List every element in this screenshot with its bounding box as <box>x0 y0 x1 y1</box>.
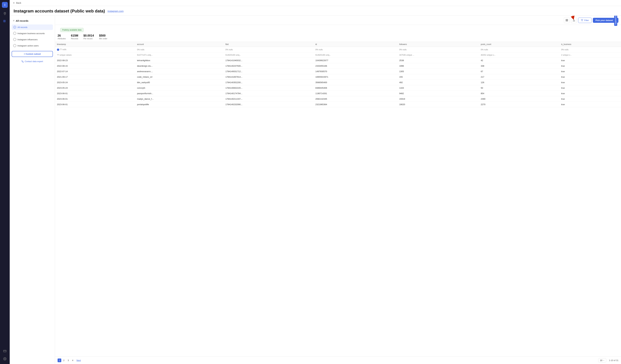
stat-records-value: 615M <box>71 34 78 37</box>
table-row[interactable]: 2023-06-01passportfurnish...178414017478… <box>55 91 621 96</box>
cell-5-2: 1784140832220... <box>224 85 313 91</box>
cell-5-1: convoyfc <box>135 85 224 91</box>
meta-unique-cell-2: 614625190 uniq... <box>224 52 313 58</box>
stat-records: 615M Records <box>71 34 78 40</box>
svg-point-5 <box>4 359 5 359</box>
col-timestamp: timestamp <box>55 42 135 47</box>
cell-2-3: 1497930570 <box>313 69 397 74</box>
page-link-3[interactable]: 3 <box>66 359 70 362</box>
cell-2-1: andresnavarro.... <box>135 69 224 74</box>
content-area: ≡ All records All records Instagram busi… <box>10 16 621 364</box>
nav-item-icon-active <box>13 44 16 47</box>
per-page-select[interactable]: 10 <box>598 358 606 362</box>
cell-3-0: 2021-09-17 <box>55 74 135 80</box>
table-row[interactable]: 2023-06-01portalspotlife1784140232090...… <box>55 102 621 107</box>
col-posts-count: posts_count <box>479 42 559 47</box>
meta-unique-cell-0: ?? unique values <box>55 52 135 58</box>
cell-8-2: 1784140232090... <box>224 102 313 107</box>
sidebar-item-billing[interactable] <box>2 348 8 354</box>
nav-item-all-records[interactable]: All records <box>12 24 53 30</box>
col-account: account <box>135 42 224 47</box>
red-arrow-annotation <box>569 16 579 20</box>
panel-header: ≡ All records <box>12 18 53 23</box>
meta-null-cell-0: i?? nulls <box>55 47 135 52</box>
cell-0-4: 2538 <box>397 58 479 63</box>
table-row[interactable]: 2021-09-17code_milano_srl1784141067914..… <box>55 74 621 80</box>
grid-view-button[interactable] <box>564 17 570 23</box>
cell-4-1: titin_wahyu85 <box>135 80 224 85</box>
cell-0-2: 1784141040032... <box>224 58 313 63</box>
cell-6-0: 2023-06-01 <box>55 91 135 96</box>
cell-7-2: 1784140211337... <box>224 96 313 102</box>
cell-6-6: true <box>559 91 621 96</box>
contact-expert-label: Contact data expert <box>25 60 43 63</box>
page-link-4[interactable]: 4 <box>71 359 75 362</box>
cell-1-6: true <box>559 63 621 69</box>
nav-item-business[interactable]: Instagram business accounts <box>12 31 53 36</box>
table-row[interactable]: 2022-08-23tehranlightbox1784141040032...… <box>55 58 621 63</box>
cell-3-4: 155 <box>397 74 479 80</box>
meta-null-cell-1: 0% nulls <box>135 47 224 52</box>
svg-rect-2 <box>3 21 4 22</box>
sidebar-item-datasets[interactable] <box>2 18 8 25</box>
table-meta-unique-row: ?? unique values614771471 uniq...6146251… <box>55 52 621 58</box>
svg-rect-3 <box>4 21 5 22</box>
sidebar-item-location[interactable] <box>2 10 8 17</box>
table-row[interactable]: 2023-05-24titin_wahyu851784140352200...3… <box>55 80 621 85</box>
nav-item-active-users[interactable]: Instagram active users <box>12 43 53 48</box>
sidebar-logo[interactable]: i <box>2 2 8 8</box>
stat-attributes-label: Attributes <box>58 37 66 40</box>
table-row[interactable]: 2022-07-14andresnavarro....1784140031712… <box>55 69 621 74</box>
stat-min-order-value: $500 <box>99 34 107 37</box>
meta-null-cell-4: 0% nulls <box>397 47 479 52</box>
left-panel: ≡ All records All records Instagram busi… <box>10 16 55 364</box>
stat-min-order-label: Min order <box>99 37 107 40</box>
svg-marker-12 <box>581 19 583 21</box>
cell-7-4: 15919 <box>397 96 479 102</box>
right-panel: Filter Pick your dataset Accessibility P… <box>55 16 621 364</box>
back-button[interactable]: Back <box>13 2 21 4</box>
page-source-link[interactable]: Instagram.com <box>107 10 123 13</box>
meta-null-cell-6: 0% nulls <box>559 47 621 52</box>
toolbar: Filter Pick your dataset Accessibility <box>55 16 621 25</box>
col-is-business: is_business <box>559 42 621 47</box>
public-badge: Publicly available data <box>60 28 84 32</box>
next-page-link[interactable]: Next <box>75 359 82 362</box>
cell-4-4: 492 <box>397 80 479 85</box>
meta-null-cell-3: 0% nulls <box>313 47 397 52</box>
table-row[interactable]: 2022-08-15deardesign.stu...1784140237500… <box>55 63 621 69</box>
table-row[interactable]: 2023-05-24convoyfc1784140832220...838944… <box>55 85 621 91</box>
cell-5-6: true <box>559 85 621 91</box>
cell-3-3: 10655915971 <box>313 74 397 80</box>
cell-4-2: 1784140352200... <box>224 80 313 85</box>
cell-8-1: portalspotlife <box>135 102 224 107</box>
topbar: Back <box>10 0 621 6</box>
svg-rect-7 <box>566 19 567 20</box>
cell-6-2: 1784140174784... <box>224 91 313 96</box>
page-header: Instagram accounts dataset (Public web d… <box>10 6 621 16</box>
stat-records-label: Records <box>71 37 78 40</box>
nav-item-influencers[interactable]: Instagram influencers <box>12 37 53 42</box>
filter-button[interactable]: Filter <box>578 18 592 23</box>
cell-5-4: 1163 <box>397 85 479 91</box>
page-title: Instagram accounts dataset (Public web d… <box>14 9 105 14</box>
accessibility-tab[interactable]: Accessibility <box>614 16 617 26</box>
cell-1-4: 1996 <box>397 63 479 69</box>
stat-min-order: $500 Min order <box>99 34 107 40</box>
table-row[interactable]: 2023-06-01madys_dance_f...1784140211337.… <box>55 96 621 102</box>
col-id: id <box>313 42 397 47</box>
info-icon: i <box>57 49 59 51</box>
nav-item-icon-all <box>13 26 16 29</box>
page-link-1[interactable]: 1 <box>58 359 61 362</box>
page-link-2[interactable]: 2 <box>62 359 66 362</box>
data-table-container: timestamp account fbid id followers post… <box>55 42 621 357</box>
cell-8-5: 2270 <box>479 102 559 107</box>
meta-unique-cell-5: 40252 unique v... <box>479 52 559 58</box>
meta-unique-cell-4: 347536 unique ... <box>397 52 479 58</box>
stat-attributes-value: 26 <box>58 34 66 37</box>
sidebar-item-settings[interactable] <box>2 356 8 362</box>
contact-expert-link[interactable]: Contact data expert <box>12 59 53 64</box>
custom-subset-button[interactable]: + Custom subset <box>12 51 53 57</box>
cell-6-5: 854 <box>479 91 559 96</box>
cell-7-5: 2390 <box>479 96 559 102</box>
